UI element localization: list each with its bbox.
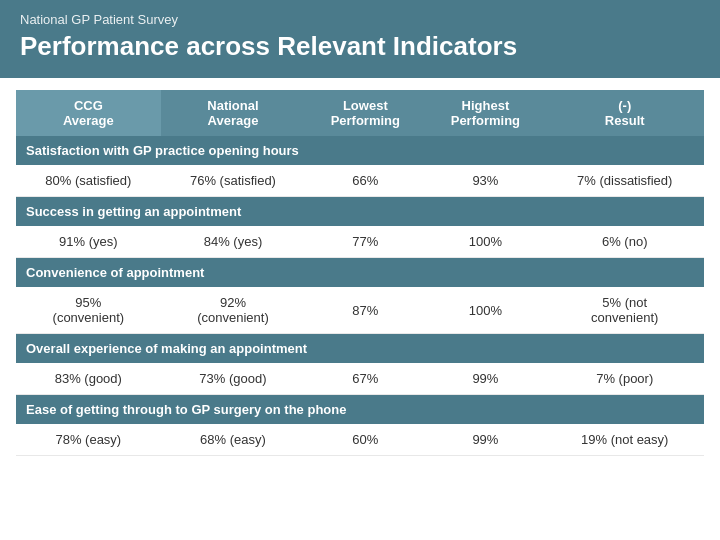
data-row-0: 80% (satisfied)76% (satisfied)66%93%7% (…: [16, 165, 704, 197]
cell-0-highest: 93%: [425, 165, 545, 197]
cell-3-lowest: 67%: [305, 363, 425, 395]
cell-4-result: 19% (not easy): [545, 424, 704, 456]
cell-1-national: 84% (yes): [161, 226, 306, 258]
cell-4-lowest: 60%: [305, 424, 425, 456]
cell-2-ccg: 95%(convenient): [16, 287, 161, 334]
data-row-2: 95%(convenient)92%(convenient)87%100%5% …: [16, 287, 704, 334]
cell-2-national: 92%(convenient): [161, 287, 306, 334]
section-row-1: Success in getting an appointment: [16, 197, 704, 227]
header-title: Performance across Relevant Indicators: [20, 31, 700, 62]
table-body: Satisfaction with GP practice opening ho…: [16, 136, 704, 456]
cell-0-ccg: 80% (satisfied): [16, 165, 161, 197]
section-title-4: Ease of getting through to GP surgery on…: [16, 395, 704, 425]
cell-3-highest: 99%: [425, 363, 545, 395]
main-table: CCGAverage NationalAverage LowestPerform…: [16, 90, 704, 456]
cell-4-highest: 99%: [425, 424, 545, 456]
page: National GP Patient Survey Performance a…: [0, 0, 720, 540]
cell-0-lowest: 66%: [305, 165, 425, 197]
column-header-row: CCGAverage NationalAverage LowestPerform…: [16, 90, 704, 136]
cell-3-national: 73% (good): [161, 363, 306, 395]
data-row-3: 83% (good)73% (good)67%99%7% (poor): [16, 363, 704, 395]
col-header-national: NationalAverage: [161, 90, 306, 136]
cell-1-lowest: 77%: [305, 226, 425, 258]
cell-3-ccg: 83% (good): [16, 363, 161, 395]
header: National GP Patient Survey Performance a…: [0, 0, 720, 78]
cell-4-ccg: 78% (easy): [16, 424, 161, 456]
cell-2-highest: 100%: [425, 287, 545, 334]
section-title-2: Convenience of appointment: [16, 258, 704, 288]
cell-2-result: 5% (notconvenient): [545, 287, 704, 334]
col-header-ccg: CCGAverage: [16, 90, 161, 136]
data-row-4: 78% (easy)68% (easy)60%99%19% (not easy): [16, 424, 704, 456]
header-subtitle: National GP Patient Survey: [20, 12, 700, 27]
cell-1-result: 6% (no): [545, 226, 704, 258]
cell-0-result: 7% (dissatisfied): [545, 165, 704, 197]
section-title-0: Satisfaction with GP practice opening ho…: [16, 136, 704, 165]
col-header-highest: HighestPerforming: [425, 90, 545, 136]
section-row-2: Convenience of appointment: [16, 258, 704, 288]
data-row-1: 91% (yes)84% (yes)77%100%6% (no): [16, 226, 704, 258]
col-header-result: (-)Result: [545, 90, 704, 136]
section-title-3: Overall experience of making an appointm…: [16, 334, 704, 364]
section-row-3: Overall experience of making an appointm…: [16, 334, 704, 364]
cell-4-national: 68% (easy): [161, 424, 306, 456]
cell-2-lowest: 87%: [305, 287, 425, 334]
section-row-4: Ease of getting through to GP surgery on…: [16, 395, 704, 425]
col-header-lowest: LowestPerforming: [305, 90, 425, 136]
cell-0-national: 76% (satisfied): [161, 165, 306, 197]
cell-3-result: 7% (poor): [545, 363, 704, 395]
table-container: CCGAverage NationalAverage LowestPerform…: [0, 78, 720, 468]
section-row-0: Satisfaction with GP practice opening ho…: [16, 136, 704, 165]
section-title-1: Success in getting an appointment: [16, 197, 704, 227]
cell-1-ccg: 91% (yes): [16, 226, 161, 258]
cell-1-highest: 100%: [425, 226, 545, 258]
